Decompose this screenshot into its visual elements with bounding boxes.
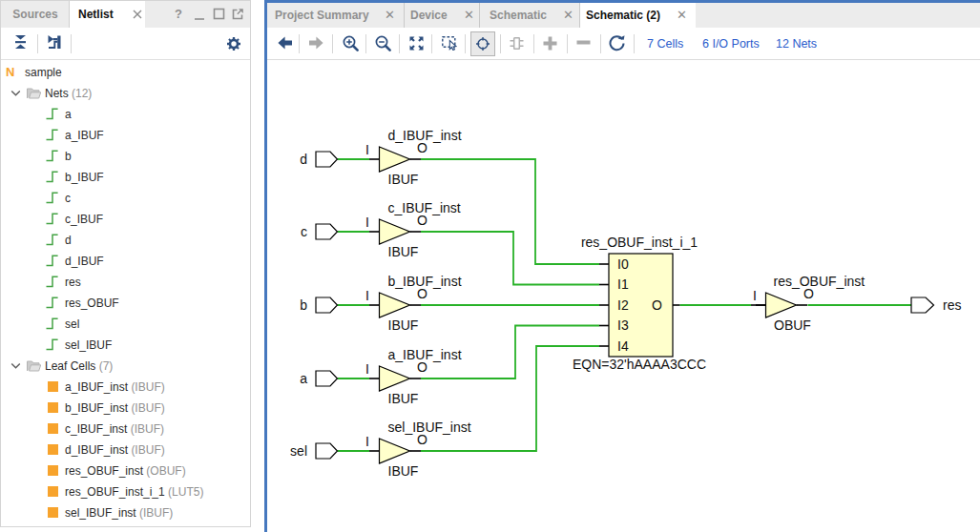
svg-text:c: c [301,224,307,239]
svg-text:sel: sel [290,443,307,459]
svg-text:I: I [365,288,369,303]
svg-text:I4: I4 [617,338,629,354]
svg-text:IBUF: IBUF [388,172,419,187]
svg-text:I0: I0 [617,256,629,272]
svg-text:a: a [300,371,307,386]
svg-text:I3: I3 [617,317,629,333]
svg-text:IBUF: IBUF [388,244,419,259]
svg-text:I2: I2 [617,297,629,313]
svg-text:d_IBUF_inst: d_IBUF_inst [388,128,462,143]
svg-text:b: b [300,297,307,313]
svg-text:b_IBUF_inst: b_IBUF_inst [388,274,462,289]
svg-text:res: res [943,297,961,313]
svg-text:I: I [365,434,369,449]
svg-text:EQN=32'hAAAA3CCC: EQN=32'hAAAA3CCC [573,357,706,372]
svg-text:res_OBUF_inst_i_1: res_OBUF_inst_i_1 [581,235,698,250]
svg-text:a_IBUF_inst: a_IBUF_inst [388,347,462,362]
svg-text:IBUF: IBUF [388,391,419,406]
svg-text:OBUF: OBUF [774,317,811,333]
svg-text:I1: I1 [617,276,629,292]
svg-text:d: d [300,152,307,167]
svg-text:I: I [753,288,757,303]
svg-text:I: I [365,361,369,377]
svg-text:I: I [365,215,369,230]
svg-text:I: I [365,142,369,157]
svg-text:c_IBUF_inst: c_IBUF_inst [388,200,461,215]
svg-text:IBUF: IBUF [388,317,419,333]
svg-text:O: O [652,297,662,313]
svg-text:sel_IBUF_inst: sel_IBUF_inst [388,419,471,435]
svg-text:res_OBUF_inst: res_OBUF_inst [774,274,865,289]
svg-text:IBUF: IBUF [388,463,419,479]
